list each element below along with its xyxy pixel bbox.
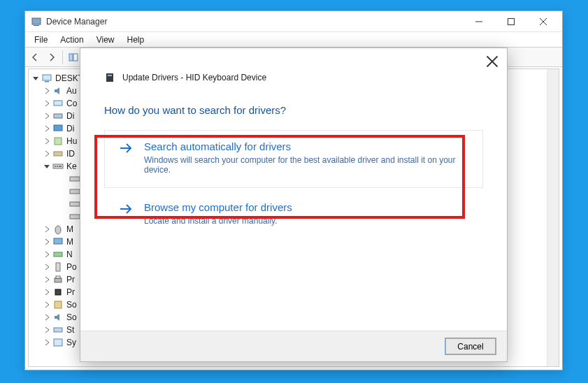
option-search-automatically[interactable]: Search automatically for drivers Windows… bbox=[104, 130, 483, 188]
caret-right-icon bbox=[43, 225, 51, 233]
option-title: Search automatically for drivers bbox=[144, 140, 468, 152]
caret-right-icon bbox=[43, 263, 51, 271]
svg-rect-30 bbox=[54, 339, 62, 346]
svg-rect-24 bbox=[56, 263, 60, 271]
svg-rect-27 bbox=[55, 289, 61, 295]
svg-rect-18 bbox=[70, 189, 80, 194]
keyboard-icon bbox=[69, 211, 80, 222]
disk-icon bbox=[52, 110, 64, 122]
caret-right-icon bbox=[43, 326, 51, 334]
keyboard-icon bbox=[69, 173, 80, 185]
svg-rect-28 bbox=[55, 301, 62, 308]
update-drivers-dialog: Update Drivers - HID Keyboard Device How… bbox=[80, 48, 508, 362]
menu-view[interactable]: View bbox=[90, 34, 121, 46]
window-title: Device Manager bbox=[46, 17, 107, 27]
software-icon bbox=[52, 299, 64, 310]
svg-rect-16 bbox=[59, 166, 62, 167]
scrollbar[interactable] bbox=[547, 69, 559, 366]
svg-rect-10 bbox=[54, 125, 62, 131]
caret-right-icon bbox=[43, 275, 51, 284]
caret-down-icon bbox=[31, 74, 40, 82]
arrow-right-icon bbox=[119, 201, 134, 217]
forward-button[interactable] bbox=[44, 50, 59, 65]
titlebar[interactable]: Device Manager bbox=[25, 11, 562, 32]
svg-rect-26 bbox=[56, 276, 60, 278]
keyboard-icon bbox=[52, 161, 64, 172]
menu-help[interactable]: Help bbox=[121, 34, 151, 46]
dialog-close-button[interactable] bbox=[486, 55, 499, 68]
svg-rect-12 bbox=[54, 152, 62, 156]
caret-right-icon bbox=[43, 124, 51, 133]
network-icon bbox=[52, 249, 64, 260]
svg-rect-4 bbox=[73, 54, 78, 61]
caret-right-icon bbox=[43, 87, 51, 95]
menu-action[interactable]: Action bbox=[54, 34, 89, 46]
processor-icon bbox=[52, 287, 64, 298]
svg-rect-2 bbox=[508, 18, 515, 24]
dialog-header: Update Drivers - HID Keyboard Device bbox=[80, 48, 507, 83]
maximize-button[interactable] bbox=[495, 11, 527, 32]
computer-icon bbox=[41, 73, 52, 84]
option-browse-computer[interactable]: Browse my computer for drivers Locate an… bbox=[104, 198, 483, 239]
svg-rect-17 bbox=[70, 177, 80, 181]
svg-rect-11 bbox=[55, 138, 62, 145]
audio-icon bbox=[52, 85, 64, 96]
svg-rect-23 bbox=[54, 252, 62, 256]
portable-icon bbox=[52, 261, 64, 273]
caret-right-icon bbox=[43, 137, 51, 145]
svg-point-21 bbox=[55, 226, 61, 234]
display-icon bbox=[52, 123, 64, 134]
caret-right-icon bbox=[43, 301, 51, 309]
keyboard-icon bbox=[69, 186, 80, 197]
svg-rect-20 bbox=[70, 215, 80, 219]
print-icon bbox=[52, 274, 64, 285]
computer-icon bbox=[52, 98, 64, 109]
svg-rect-9 bbox=[54, 114, 62, 118]
app-icon bbox=[31, 16, 42, 27]
monitor-icon bbox=[52, 236, 64, 247]
svg-rect-7 bbox=[45, 81, 49, 82]
dialog-question: How do you want to search for drivers? bbox=[80, 83, 507, 130]
caret-right-icon bbox=[43, 288, 51, 296]
mouse-icon bbox=[52, 224, 64, 235]
svg-rect-22 bbox=[54, 238, 62, 244]
svg-rect-19 bbox=[70, 202, 80, 206]
back-button[interactable] bbox=[27, 50, 43, 65]
menubar: File Action View Help bbox=[25, 32, 562, 48]
sound-icon bbox=[52, 312, 64, 323]
menu-file[interactable]: File bbox=[28, 34, 54, 46]
caret-right-icon bbox=[43, 238, 51, 246]
device-icon bbox=[104, 72, 115, 83]
storage-icon bbox=[52, 324, 64, 335]
caret-right-icon bbox=[43, 250, 51, 259]
ide-icon bbox=[52, 148, 64, 159]
dialog-footer: Cancel bbox=[80, 331, 507, 361]
arrow-right-icon bbox=[119, 140, 134, 156]
cancel-button[interactable]: Cancel bbox=[445, 338, 496, 354]
show-hide-button[interactable] bbox=[66, 50, 81, 65]
svg-rect-14 bbox=[55, 166, 56, 167]
keyboard-icon bbox=[69, 198, 80, 210]
hid-icon bbox=[52, 136, 64, 147]
svg-rect-29 bbox=[54, 328, 62, 332]
caret-right-icon bbox=[43, 150, 51, 158]
svg-rect-15 bbox=[57, 166, 58, 167]
option-desc: Windows will search your computer for th… bbox=[144, 155, 468, 175]
svg-rect-8 bbox=[54, 101, 62, 106]
svg-rect-3 bbox=[69, 54, 73, 61]
option-desc: Locate and install a driver manually. bbox=[144, 216, 468, 226]
caret-right-icon bbox=[43, 112, 51, 120]
system-icon bbox=[52, 337, 64, 348]
caret-down-icon bbox=[43, 162, 51, 171]
svg-rect-32 bbox=[108, 75, 112, 76]
caret-right-icon bbox=[43, 338, 51, 347]
svg-rect-0 bbox=[32, 18, 41, 24]
caret-right-icon bbox=[43, 99, 51, 108]
caret-right-icon bbox=[43, 313, 51, 321]
svg-rect-31 bbox=[106, 73, 113, 82]
minimize-button[interactable] bbox=[463, 11, 495, 32]
close-button[interactable] bbox=[527, 11, 559, 32]
svg-rect-6 bbox=[43, 75, 51, 80]
svg-rect-25 bbox=[55, 278, 62, 282]
option-title: Browse my computer for drivers bbox=[144, 201, 468, 213]
